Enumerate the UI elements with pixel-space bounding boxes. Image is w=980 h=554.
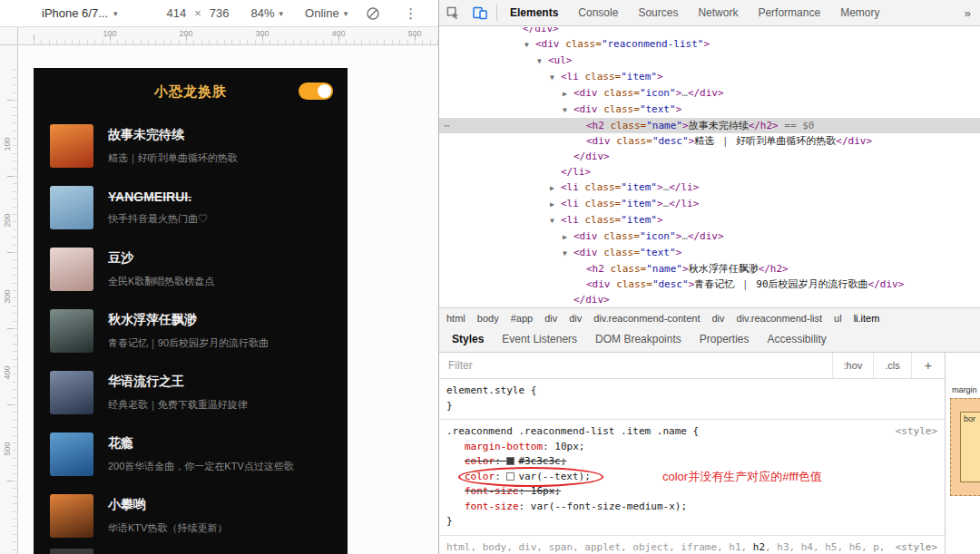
expander-closed-icon[interactable]: ▶ bbox=[550, 180, 561, 196]
sidebar-tab-styles[interactable]: Styles bbox=[443, 327, 493, 352]
box-model-margin-box[interactable]: bor bbox=[950, 398, 980, 496]
devtools-tab-sources[interactable]: Sources bbox=[628, 0, 688, 25]
horizontal-ruler: 100200300400500 bbox=[18, 27, 438, 45]
device-toolbar: iPhone 6/7... ▾ 414 × 736 84% ▾ Online ▾ bbox=[0, 0, 438, 27]
device-select[interactable]: iPhone 6/7... ▾ bbox=[42, 6, 118, 20]
devtools-tab-performance[interactable]: Performance bbox=[748, 0, 830, 25]
devtools-tab-elements[interactable]: Elements bbox=[500, 0, 568, 25]
ruler-label: 400 bbox=[3, 362, 14, 384]
css-property[interactable]: font-size: 16px; bbox=[446, 484, 937, 500]
rule-selector-line: <style>html, body, div, span, applet, ob… bbox=[446, 540, 937, 554]
color-swatch[interactable] bbox=[506, 457, 514, 465]
sidebar-tab-event-listeners[interactable]: Event Listeners bbox=[493, 327, 586, 352]
network-throttle-value: Online bbox=[305, 6, 339, 20]
dom-tree-node[interactable]: ⋯<h2 class="name">故事未完待续</h2> == $0 bbox=[439, 118, 980, 133]
css-property[interactable]: margin-bottom: 10px; bbox=[446, 440, 937, 455]
expander-open-icon[interactable]: ▼ bbox=[550, 213, 561, 228]
devtools-tab-network[interactable]: Network bbox=[688, 0, 748, 25]
breadcrumb-item[interactable]: div bbox=[711, 313, 724, 324]
dom-tree-node[interactable]: ▼<div class="reaconmend-list"> bbox=[439, 36, 980, 53]
theme-toggle[interactable] bbox=[299, 83, 333, 100]
dom-tree-node[interactable]: <div class="desc">精选 ｜ 好听到单曲循环的热歌</div> bbox=[439, 133, 980, 149]
expander-open-icon[interactable]: ▼ bbox=[524, 37, 535, 53]
list-item[interactable]: 秋水浮萍任飘渺青春记忆｜90后校园岁月的流行歌曲 bbox=[34, 300, 348, 362]
breadcrumb-item[interactable]: div.reaconmend-list bbox=[737, 313, 823, 324]
zoom-select[interactable]: 84% ▾ bbox=[251, 6, 284, 20]
css-property[interactable]: color: #3c3c3c; bbox=[446, 454, 937, 470]
dom-tree-node[interactable]: ▶<li class="item">…</li> bbox=[439, 180, 980, 196]
sidebar-tab-properties[interactable]: Properties bbox=[691, 327, 759, 352]
breadcrumb-item[interactable]: div bbox=[569, 313, 582, 324]
panel-tabs: ElementsConsoleSourcesNetworkPerformance… bbox=[500, 0, 889, 25]
dom-tree-node[interactable]: ▼<li class="item"> bbox=[439, 212, 980, 228]
dom-tree-node[interactable]: <div class="desc">青春记忆 ｜ 90后校园岁月的流行歌曲</d… bbox=[439, 277, 980, 292]
css-property[interactable]: color: var(--text);color并没有生产对应的#fff色值 bbox=[446, 470, 937, 485]
rotate-icon bbox=[366, 6, 380, 21]
sidebar-tab-dom-breakpoints[interactable]: DOM Breakpoints bbox=[586, 327, 691, 352]
network-throttle-select[interactable]: Online ▾ bbox=[305, 6, 348, 20]
styles-filter-input[interactable]: Filter bbox=[448, 359, 832, 372]
styles-filter-bar: Filter :hov .cls + bbox=[439, 353, 945, 379]
list-item[interactable]: 豆沙全民K歌翻唱热歌榜盘点 bbox=[34, 238, 348, 300]
expander-closed-icon[interactable]: ▶ bbox=[563, 229, 573, 245]
breadcrumb-item[interactable]: body bbox=[477, 313, 499, 324]
css-rule[interactable]: <style>html, body, div, span, applet, ob… bbox=[439, 536, 945, 554]
style-source-link[interactable]: <style> bbox=[896, 424, 937, 440]
dom-tree-node[interactable]: </div> bbox=[439, 292, 980, 307]
more-options-icon[interactable]: ⋮ bbox=[404, 5, 417, 22]
dom-tree-node[interactable]: <h2 class="name">秋水浮萍任飘渺</h2> bbox=[439, 261, 980, 277]
dom-tree-node[interactable]: ▶<li class="item">…</li> bbox=[439, 196, 980, 212]
multiply-label: × bbox=[194, 6, 201, 20]
dom-tree-node[interactable]: ▶<div class="icon">…</div> bbox=[439, 228, 980, 245]
song-text: 故事未完待续精选｜好听到单曲循环的热歌 bbox=[108, 127, 238, 165]
dom-tree-node[interactable]: ▼<div class="text"> bbox=[439, 102, 980, 118]
new-style-rule-button[interactable]: + bbox=[911, 353, 945, 378]
dom-tree-node[interactable]: </li> bbox=[439, 164, 980, 180]
rotate-viewport-icon[interactable] bbox=[366, 6, 380, 21]
element-classes-button[interactable]: .cls bbox=[873, 353, 911, 378]
list-item[interactable]: 故事未完待续精选｜好听到单曲循环的热歌 bbox=[34, 115, 348, 177]
box-model-border-box[interactable]: bor bbox=[960, 412, 980, 482]
list-item[interactable]: YANGMEIRUI.快手抖音最火热门曲♡ bbox=[34, 177, 348, 238]
dom-tree-node[interactable]: ▼<ul> bbox=[439, 53, 980, 69]
breadcrumb-item[interactable]: #app bbox=[511, 313, 533, 324]
breadcrumb-item[interactable]: div bbox=[544, 313, 557, 324]
sidebar-tab-accessibility[interactable]: Accessibility bbox=[758, 327, 835, 352]
inspect-element-icon[interactable] bbox=[439, 6, 466, 20]
expander-open-icon[interactable]: ▼ bbox=[563, 246, 573, 261]
list-item[interactable]: 小攀哟华语KTV热歌（持续更新） bbox=[34, 485, 348, 547]
list-item[interactable]: 花瘾200首华语金曲，你一定在KTV点过这些歌 bbox=[34, 423, 348, 485]
breadcrumb-item[interactable]: div.reaconmend-content bbox=[593, 313, 700, 324]
style-source-link[interactable]: <style> bbox=[896, 540, 937, 554]
element-style-rule[interactable]: element.style { } bbox=[439, 379, 945, 420]
expander-open-icon[interactable]: ▼ bbox=[563, 102, 573, 118]
toggle-element-state-button[interactable]: :hov bbox=[832, 353, 874, 378]
css-rule[interactable]: <style>.reaconmend .reaconmend-list .ite… bbox=[439, 420, 945, 536]
breadcrumb-item[interactable]: ul bbox=[834, 313, 842, 324]
song-description: 快手抖音最火热门曲♡ bbox=[108, 212, 208, 226]
dom-tree-node[interactable]: </div> bbox=[439, 27, 980, 36]
color-swatch[interactable] bbox=[506, 472, 514, 481]
song-title: 华语流行之王 bbox=[108, 374, 248, 390]
expander-open-icon[interactable]: ▼ bbox=[550, 70, 561, 85]
devtools-tab-memory[interactable]: Memory bbox=[830, 0, 889, 25]
ruler-label: 500 bbox=[403, 29, 426, 38]
annotation-text: color并没有生产对应的#fff色值 bbox=[662, 470, 822, 485]
viewport-width-field[interactable]: 414 bbox=[167, 6, 187, 20]
devtools-tab-console[interactable]: Console bbox=[568, 0, 628, 25]
breadcrumb-item[interactable]: html bbox=[446, 313, 466, 324]
css-property[interactable]: font-size: var(--font-size-medium-x); bbox=[446, 500, 937, 515]
expander-closed-icon[interactable]: ▶ bbox=[563, 86, 573, 102]
dom-tree-node[interactable]: ▶<div class="icon">…</div> bbox=[439, 85, 980, 102]
breadcrumb-item[interactable]: li.item bbox=[854, 313, 880, 324]
expander-closed-icon[interactable]: ▶ bbox=[550, 197, 561, 212]
expander-open-icon[interactable]: ▼ bbox=[537, 53, 548, 69]
ruler-corner bbox=[0, 27, 18, 45]
dom-tree-node[interactable]: ▼<li class="item"> bbox=[439, 69, 980, 85]
dom-tree-node[interactable]: ▼<div class="text"> bbox=[439, 245, 980, 261]
dom-tree-node[interactable]: </div> bbox=[439, 149, 980, 164]
toggle-device-toolbar-icon[interactable] bbox=[466, 5, 494, 20]
list-item[interactable]: 华语流行之王经典老歌｜免费下载重温好旋律 bbox=[34, 362, 348, 423]
viewport-height-field[interactable]: 736 bbox=[210, 6, 230, 20]
more-panels-button[interactable]: » bbox=[965, 6, 971, 20]
